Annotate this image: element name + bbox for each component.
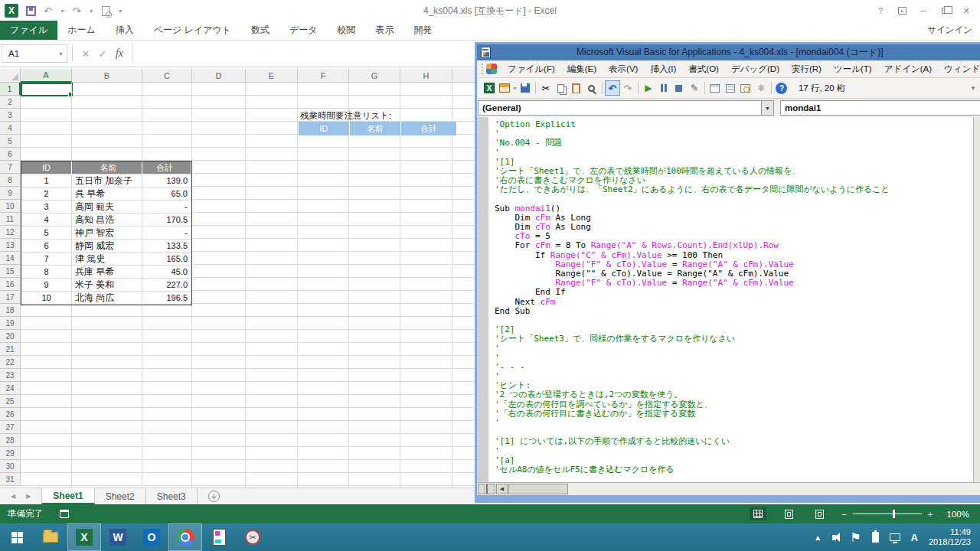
normal-view-button[interactable]: [750, 507, 766, 520]
row-header-21[interactable]: 21: [0, 343, 21, 356]
left-table-header-合計[interactable]: 合計: [142, 161, 191, 174]
zoom-out-icon[interactable]: −: [841, 510, 847, 519]
row-header-26[interactable]: 26: [0, 408, 21, 421]
zoom-level[interactable]: 100%: [947, 510, 969, 519]
row-header-30[interactable]: 30: [0, 460, 21, 473]
name-box[interactable]: A1▼: [2, 44, 67, 63]
sheet-tab-Sheet3[interactable]: Sheet3: [146, 488, 198, 504]
snipping-tool-button[interactable]: ✂: [236, 523, 270, 551]
row-header-9[interactable]: 9: [0, 187, 21, 200]
macro-record-icon[interactable]: [60, 510, 69, 518]
vba-menu-ファイル(F)[interactable]: ファイル(F): [501, 61, 561, 77]
action-center-icon[interactable]: ⚑: [850, 530, 861, 545]
redo-icon[interactable]: ↷: [73, 6, 81, 16]
zoom-slider-thumb[interactable]: [893, 510, 895, 518]
cell-total[interactable]: 45.0: [142, 266, 191, 279]
hscroll-thumb[interactable]: [508, 484, 568, 494]
ribbon-tab-校閲[interactable]: 校閲: [328, 21, 366, 40]
show-hidden-icons[interactable]: ▲: [814, 533, 822, 542]
cell-name[interactable]: 兵庫 早希: [72, 266, 142, 279]
row-header-29[interactable]: 29: [0, 447, 21, 460]
page-break-view-button[interactable]: [811, 507, 828, 520]
cell-name[interactable]: 高知 昌浩: [72, 214, 142, 227]
ribbon-tab-開発[interactable]: 開発: [404, 21, 443, 40]
row-header-6[interactable]: 6: [0, 148, 21, 161]
cell-id[interactable]: 3: [21, 201, 72, 214]
redo-dropdown-icon[interactable]: ▼: [89, 8, 94, 14]
vba-menu-デバッグ(D)[interactable]: デバッグ(D): [725, 61, 786, 77]
add-sheet-button[interactable]: +: [208, 491, 220, 502]
vba-menu-書式(O)[interactable]: 書式(O): [682, 61, 725, 77]
cell-total[interactable]: 139.0: [142, 174, 191, 187]
vba-save-button[interactable]: [518, 80, 533, 96]
clock[interactable]: 11:49 2018/12/23: [929, 527, 971, 547]
row-header-1[interactable]: 1: [0, 83, 21, 96]
run-macro-button[interactable]: ▶: [641, 80, 656, 96]
project-explorer-button[interactable]: [707, 80, 723, 96]
page-layout-view-button[interactable]: [780, 507, 797, 520]
insert-dropdown-icon[interactable]: ▼: [512, 86, 518, 91]
right-table-header-ID[interactable]: ID: [299, 122, 350, 135]
start-button[interactable]: [0, 523, 34, 551]
break-button[interactable]: [656, 80, 671, 96]
object-combo[interactable]: (General)▼: [478, 100, 774, 116]
right-table-header-名前[interactable]: 名前: [350, 122, 401, 135]
volume-icon[interactable]: [832, 535, 836, 540]
cancel-entry-icon[interactable]: ✕: [77, 48, 94, 60]
sheet-tab-Sheet1[interactable]: Sheet1: [41, 488, 94, 504]
column-header-G[interactable]: G: [349, 69, 400, 83]
cell-id[interactable]: 6: [21, 240, 72, 253]
cell-total[interactable]: 165.0: [142, 253, 191, 266]
zoom-in-icon[interactable]: +: [928, 510, 933, 519]
ribbon-display-options-button[interactable]: ▲: [891, 2, 913, 20]
next-sheet-icon[interactable]: ▶: [26, 493, 31, 500]
procedure-view-icon[interactable]: [486, 484, 495, 494]
row-header-18[interactable]: 18: [0, 304, 21, 317]
toolbox-button[interactable]: ✱: [753, 80, 769, 96]
vba-titlebar[interactable]: Microsoft Visual Basic for Applications …: [477, 44, 980, 60]
file-explorer-button[interactable]: [34, 523, 67, 551]
save-icon[interactable]: [26, 6, 36, 16]
confirm-entry-icon[interactable]: ✓: [94, 48, 111, 60]
print-preview-icon[interactable]: [102, 6, 110, 16]
cut-button[interactable]: ✂: [538, 80, 554, 96]
name-box-dropdown-icon[interactable]: ▼: [58, 51, 64, 57]
row-header-16[interactable]: 16: [0, 278, 21, 291]
help-button[interactable]: ?: [870, 2, 891, 20]
properties-window-button[interactable]: [723, 80, 738, 96]
vba-code-pane[interactable]: 'Option Explicit''No.004 - 問題''[1]'シート「S…: [477, 117, 980, 482]
row-header-3[interactable]: 3: [0, 109, 21, 122]
close-button[interactable]: ✕: [956, 2, 977, 20]
vba-menu-ツール(T)[interactable]: ツール(T): [828, 61, 878, 77]
split-box-icon[interactable]: [478, 484, 485, 494]
cell-name[interactable]: 神戸 智宏: [72, 227, 142, 240]
select-all-corner[interactable]: [0, 69, 21, 83]
reset-button[interactable]: [671, 80, 687, 96]
insert-function-icon[interactable]: fx: [111, 47, 128, 60]
undo-icon[interactable]: ↶: [44, 6, 52, 16]
vba-vertical-scrollbar[interactable]: [973, 117, 980, 482]
row-header-12[interactable]: 12: [0, 226, 21, 239]
row-header-14[interactable]: 14: [0, 252, 21, 265]
cell-id[interactable]: 8: [21, 266, 72, 279]
cell-name[interactable]: 北海 尚広: [72, 292, 142, 305]
vba-menu-表示(V)[interactable]: 表示(V): [603, 61, 644, 77]
row-header-5[interactable]: 5: [0, 135, 21, 148]
column-header-E[interactable]: E: [246, 69, 298, 83]
vba-undo-button[interactable]: ↶: [605, 80, 620, 96]
cell-id[interactable]: 2: [21, 187, 72, 201]
cell-name[interactable]: 高岡 範夫: [72, 201, 142, 214]
object-combo-dropdown-icon[interactable]: ▼: [761, 101, 773, 115]
cell-total[interactable]: -: [142, 227, 191, 240]
row-header-19[interactable]: 19: [0, 317, 21, 330]
row-header-15[interactable]: 15: [0, 265, 21, 278]
minimize-button[interactable]: ─: [913, 2, 934, 20]
battery-icon[interactable]: [872, 532, 879, 543]
journal-taskbar-button[interactable]: [202, 523, 236, 551]
cell-total[interactable]: 65.0: [142, 187, 191, 201]
ribbon-tab-数式[interactable]: 数式: [241, 21, 279, 40]
ribbon-tab-表示[interactable]: 表示: [366, 21, 404, 40]
right-table-header-合計[interactable]: 合計: [401, 122, 457, 135]
outlook-taskbar-button[interactable]: O: [135, 523, 168, 551]
row-header-24[interactable]: 24: [0, 382, 21, 395]
